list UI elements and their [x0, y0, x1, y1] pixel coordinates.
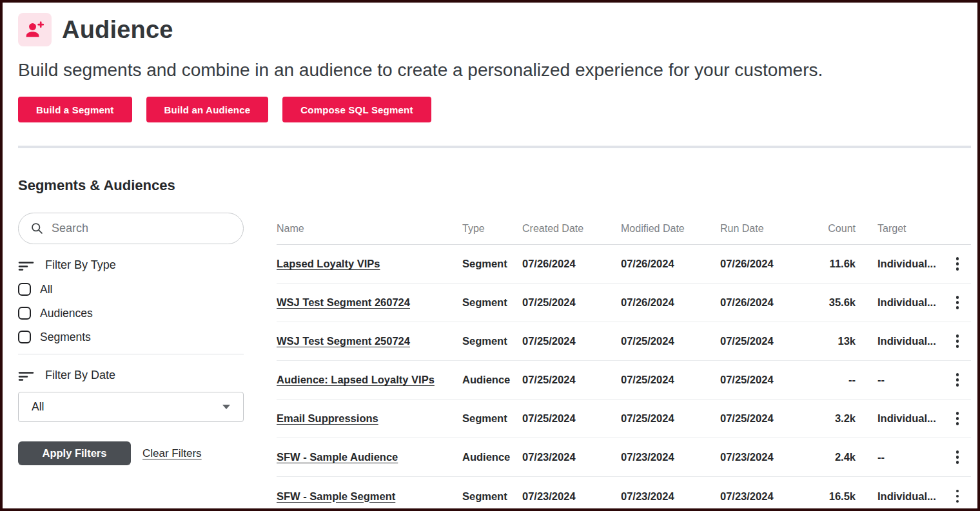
row-name-link[interactable]: SFW - Sample Audience	[277, 451, 462, 463]
row-modified-date: 07/26/2024	[621, 296, 720, 309]
row-created-date: 07/25/2024	[522, 335, 621, 347]
apply-filters-button[interactable]: Apply Filters	[18, 441, 131, 465]
page-title: Audience	[62, 16, 173, 44]
row-actions-cell	[944, 332, 971, 351]
row-created-date: 07/25/2024	[522, 296, 621, 309]
row-count: 16.5k	[810, 490, 856, 503]
row-actions-kebab-icon[interactable]	[952, 487, 963, 506]
filter-by-date-label: Filter By Date	[45, 369, 115, 382]
checkbox-segments[interactable]	[18, 331, 31, 343]
row-actions-kebab-icon[interactable]	[952, 293, 963, 312]
table-row: Lapsed Loyalty VIPs Segment 07/26/2024 0…	[277, 245, 971, 284]
row-actions-cell	[944, 409, 971, 428]
row-name-link[interactable]: Audience: Lapsed Loyalty VIPs	[277, 374, 462, 386]
row-actions-cell	[944, 293, 971, 312]
row-run-date: 07/26/2024	[720, 258, 810, 270]
row-actions-kebab-icon[interactable]	[952, 409, 963, 428]
type-filter-options: All Audiences Segments	[18, 282, 244, 344]
table-row: WSJ Test Segment 250724 Segment 07/25/20…	[277, 322, 971, 361]
page-subtitle: Build segments and combine in an audienc…	[18, 59, 971, 81]
row-target: Individual...	[856, 258, 944, 270]
row-created-date: 07/23/2024	[522, 490, 621, 503]
section-divider	[18, 146, 971, 148]
section-title: Segments & Audiences	[18, 177, 971, 195]
search-input[interactable]	[52, 222, 233, 235]
checkbox-all[interactable]	[18, 283, 31, 296]
row-actions-cell	[944, 255, 971, 273]
row-name-link[interactable]: SFW - Sample Segment	[277, 490, 462, 503]
row-count: --	[810, 374, 856, 386]
row-run-date: 07/25/2024	[720, 374, 810, 386]
compose-sql-segment-button[interactable]: Compose SQL Segment	[282, 97, 431, 122]
row-name-link[interactable]: WSJ Test Segment 260724	[277, 296, 462, 309]
row-actions-cell	[944, 448, 971, 467]
row-modified-date: 07/25/2024	[621, 374, 720, 386]
filter-icon	[18, 368, 35, 382]
row-modified-date: 07/25/2024	[621, 335, 720, 347]
column-header-run-date: Run Date	[720, 223, 810, 235]
row-run-date: 07/23/2024	[720, 490, 810, 503]
column-header-created-date: Created Date	[522, 223, 621, 235]
row-target: Individual...	[856, 335, 944, 347]
clear-filters-link[interactable]: Clear Filters	[142, 447, 202, 460]
filters-sidebar: Filter By Type All Audiences Segments	[18, 213, 244, 465]
row-count: 2.4k	[810, 451, 856, 463]
build-segment-button[interactable]: Build a Segment	[18, 97, 132, 122]
row-count: 13k	[810, 335, 856, 347]
row-modified-date: 07/23/2024	[621, 490, 720, 503]
row-target: Individual...	[856, 490, 944, 503]
row-target: Individual...	[856, 412, 944, 425]
audience-page: Audience Build segments and combine in a…	[3, 3, 977, 511]
table-header-row: Name Type Created Date Modified Date Run…	[277, 213, 971, 245]
search-icon	[30, 222, 44, 235]
chevron-down-icon	[222, 405, 230, 409]
row-actions-kebab-icon[interactable]	[952, 255, 963, 273]
row-actions-kebab-icon[interactable]	[952, 371, 963, 389]
row-modified-date: 07/23/2024	[621, 451, 720, 463]
table-row: WSJ Test Segment 260724 Segment 07/25/20…	[277, 284, 971, 322]
row-run-date: 07/26/2024	[720, 296, 810, 309]
build-audience-button[interactable]: Build an Audience	[146, 97, 269, 122]
row-type: Segment	[462, 296, 522, 309]
filter-icon	[18, 258, 35, 272]
checkbox-option-all[interactable]: All	[18, 282, 244, 296]
checkbox-option-segments[interactable]: Segments	[18, 330, 244, 344]
row-name-link[interactable]: WSJ Test Segment 250724	[277, 335, 462, 347]
content-area: Filter By Type All Audiences Segments	[18, 213, 971, 511]
column-header-target: Target	[856, 223, 944, 235]
checkbox-audiences[interactable]	[18, 307, 31, 320]
checkbox-segments-label: Segments	[40, 331, 91, 344]
table-body: Lapsed Loyalty VIPs Segment 07/26/2024 0…	[277, 245, 971, 511]
row-type: Audience	[462, 374, 522, 386]
row-run-date: 07/23/2024	[720, 451, 810, 463]
row-target: Individual...	[856, 296, 944, 309]
row-actions-kebab-icon[interactable]	[952, 448, 963, 467]
row-target: --	[856, 374, 944, 386]
filter-by-type-header: Filter By Type	[18, 258, 244, 272]
table-row: SFW - Sample Segment Segment 07/23/2024 …	[277, 477, 971, 511]
date-filter-dropdown[interactable]: All	[18, 392, 244, 422]
row-actions-kebab-icon[interactable]	[952, 332, 963, 351]
row-type: Segment	[462, 335, 522, 347]
checkbox-all-label: All	[40, 283, 52, 296]
row-modified-date: 07/25/2024	[621, 412, 720, 425]
row-count: 11.6k	[810, 258, 856, 270]
person-add-icon	[18, 13, 52, 46]
checkbox-option-audiences[interactable]: Audiences	[18, 306, 244, 320]
column-header-count: Count	[810, 223, 856, 235]
table-row: SFW - Sample Audience Audience 07/23/202…	[277, 438, 971, 477]
row-count: 35.6k	[810, 296, 856, 309]
row-name-link[interactable]: Email Suppressions	[277, 412, 462, 425]
checkbox-audiences-label: Audiences	[40, 307, 93, 320]
column-header-name: Name	[277, 223, 462, 235]
row-type: Audience	[462, 451, 522, 463]
row-run-date: 07/25/2024	[720, 412, 810, 425]
row-run-date: 07/25/2024	[720, 335, 810, 347]
column-header-modified-date: Modified Date	[621, 223, 720, 235]
segments-table: Name Type Created Date Modified Date Run…	[277, 213, 971, 511]
row-type: Segment	[462, 412, 522, 425]
row-type: Segment	[462, 258, 522, 270]
app-window: Audience Build segments and combine in a…	[0, 0, 980, 511]
row-actions-cell	[944, 487, 971, 506]
row-name-link[interactable]: Lapsed Loyalty VIPs	[277, 258, 462, 270]
